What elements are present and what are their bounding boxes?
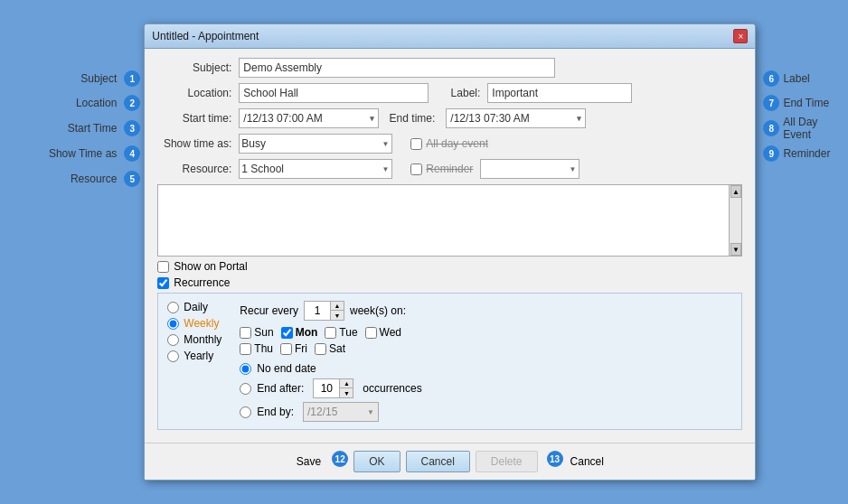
end-after-down-btn[interactable]: ▼ (340, 388, 353, 397)
badge-2: 2 (124, 95, 140, 111)
daily-label: Daily (184, 301, 208, 313)
location-label: Location: (157, 87, 239, 99)
end-by-radio[interactable] (240, 406, 251, 418)
all-day-checkbox[interactable] (410, 138, 422, 150)
yearly-label: Yearly (184, 350, 213, 362)
recur-down-btn[interactable]: ▼ (331, 311, 344, 320)
save-label: Save (297, 455, 321, 468)
end-after-input[interactable] (314, 379, 339, 397)
recur-every-input[interactable] (305, 302, 330, 320)
end-after-up-btn[interactable]: ▲ (340, 379, 353, 388)
end-time-label: End time: (379, 112, 442, 125)
show-portal-label: Show on Portal (174, 260, 247, 273)
badge-3: 3 (124, 120, 140, 136)
yearly-radio[interactable] (167, 350, 179, 362)
subject-input[interactable] (239, 58, 555, 78)
show-portal-row: Show on Portal (157, 260, 742, 273)
titlebar: Untitled - Appointment × (145, 24, 755, 49)
dialog-title: Untitled - Appointment (152, 30, 259, 42)
recurrence-type-group: Daily Weekly Monthly Yearly (167, 301, 231, 422)
all-day-label: All day event (426, 137, 488, 150)
end-after-radio[interactable] (240, 383, 251, 395)
close-button[interactable]: × (733, 29, 748, 43)
sunday-label: Sun (254, 326, 273, 339)
friday-label: Fri (295, 342, 307, 355)
time-row: Start time: ▼ End time: ▼ (157, 108, 742, 128)
tuesday-label: Tue (339, 326, 357, 339)
show-time-as-label: Show time as: (157, 137, 239, 150)
end-time-input[interactable] (446, 108, 586, 128)
reminder-checkbox[interactable] (410, 163, 422, 175)
monday-checkbox[interactable] (281, 327, 293, 339)
tuesday-checkbox[interactable] (325, 327, 336, 339)
scrollbar[interactable]: ▲ ▼ (729, 185, 741, 256)
footer-cancel-annotation: Cancel (570, 455, 604, 468)
wednesday-checkbox[interactable] (365, 327, 377, 339)
daily-radio[interactable] (167, 302, 179, 313)
saturday-checkbox[interactable] (315, 343, 326, 355)
days-row-1: Sun Mon Tue (240, 326, 732, 339)
subject-annotation: Subject (80, 72, 117, 85)
resource-annotation: Resource (71, 173, 117, 185)
label-annotation: Label (783, 72, 809, 85)
show-time-row: Show time as: Busy Free Tentative Out of… (157, 134, 742, 154)
footer: Save 12 OK Cancel Delete 13 Cancel (145, 443, 755, 480)
end-time-annotation: End Time (783, 97, 829, 109)
show-portal-checkbox[interactable] (157, 261, 169, 273)
badge-8: 8 (763, 120, 779, 136)
notes-textarea[interactable] (158, 185, 729, 256)
show-time-select[interactable]: Busy Free Tentative Out of Office (239, 134, 392, 154)
resource-select[interactable]: 1 School 2 Hall 3 Gym (239, 159, 392, 179)
resource-row: Resource: 1 School 2 Hall 3 Gym Reminder (157, 159, 742, 179)
recur-up-btn[interactable]: ▲ (331, 302, 344, 311)
weekly-radio[interactable] (167, 318, 179, 330)
recur-every-row: Recur every ▲ ▼ week(s) on: (240, 301, 732, 321)
reminder-annotation: Reminder (783, 147, 830, 160)
end-options: No end date End after: ▲ ▼ (240, 362, 732, 422)
reminder-label: Reminder (426, 163, 473, 175)
label-input[interactable] (487, 83, 632, 103)
start-time-label: Start time: (157, 112, 239, 125)
badge-12: 12 (332, 451, 348, 467)
weeks-on-label: week(s) on: (350, 304, 406, 317)
scroll-down-btn[interactable]: ▼ (730, 243, 741, 256)
recurrence-label: Recurrence (174, 276, 230, 289)
notes-area-wrapper: ▲ ▼ (157, 184, 742, 257)
location-annotation: Location (76, 97, 117, 109)
badge-13: 13 (547, 451, 563, 467)
thursday-checkbox[interactable] (240, 343, 251, 355)
show-time-annotation: Show Time as (49, 147, 117, 160)
start-time-input[interactable] (239, 108, 379, 128)
end-by-input (304, 404, 367, 420)
ok-button[interactable]: OK (353, 451, 400, 472)
location-input[interactable] (239, 83, 429, 103)
saturday-label: Sat (329, 342, 345, 355)
badge-1: 1 (124, 70, 140, 87)
subject-label: Subject: (157, 61, 239, 74)
badge-4: 4 (124, 145, 140, 162)
weekly-label: Weekly (184, 317, 219, 330)
badge-6: 6 (763, 70, 779, 87)
no-end-date-label: No end date (257, 362, 316, 375)
cancel-button[interactable]: Cancel (406, 451, 470, 472)
delete-button: Delete (476, 451, 538, 472)
badge-7: 7 (763, 95, 779, 111)
no-end-date-radio[interactable] (240, 363, 251, 375)
friday-checkbox[interactable] (280, 343, 292, 355)
recurrence-checkbox[interactable] (157, 277, 169, 289)
reminder-select[interactable] (480, 159, 579, 179)
monday-label: Mon (296, 326, 318, 339)
subject-row: Subject: (157, 58, 742, 78)
scroll-up-btn[interactable]: ▲ (730, 185, 741, 198)
sunday-checkbox[interactable] (240, 327, 251, 339)
start-time-annotation: Start Time (68, 122, 118, 135)
badge-5: 5 (124, 171, 140, 187)
end-after-label: End after: (257, 382, 304, 395)
thursday-label: Thu (254, 342, 273, 355)
location-row: Location: Label: (157, 83, 742, 103)
days-row-2: Thu Fri Sat (240, 342, 732, 355)
monthly-radio[interactable] (167, 334, 179, 346)
all-day-annotation: All Day Event (783, 116, 848, 141)
badge-9: 9 (763, 145, 779, 162)
label-field-label: Label: (447, 87, 487, 99)
